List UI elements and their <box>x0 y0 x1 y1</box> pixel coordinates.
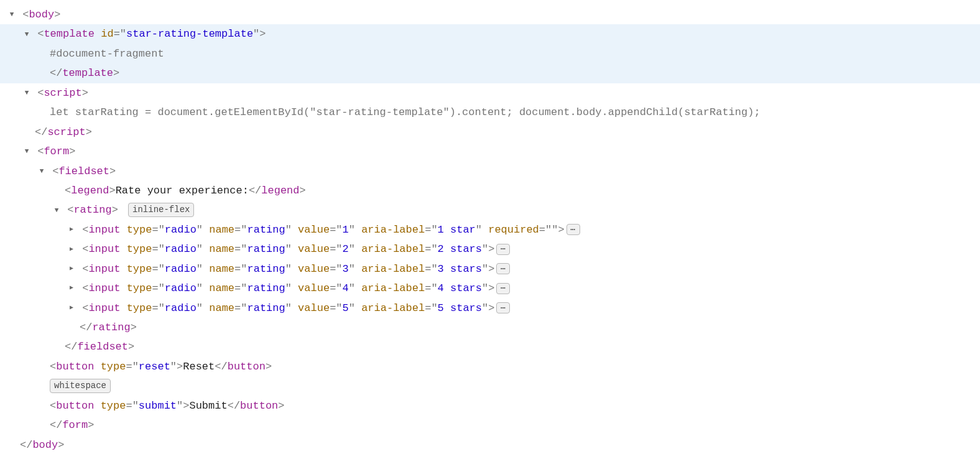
disclosure-triangle-icon[interactable]: ▶ <box>67 263 76 275</box>
node-input[interactable]: ▶ <input type="radio" name="rating" valu… <box>0 239 980 259</box>
node-button-submit[interactable]: <button type="submit">Submit</button> <box>0 396 980 415</box>
disclosure-triangle-icon[interactable]: ▼ <box>37 165 46 177</box>
ellipsis-icon[interactable]: ⋯ <box>496 263 510 274</box>
node-form-close[interactable]: </form> <box>0 415 980 435</box>
disclosure-triangle-icon[interactable]: ▼ <box>22 28 31 40</box>
node-input[interactable]: ▶ <input type="radio" name="rating" valu… <box>0 299 980 318</box>
ellipsis-icon[interactable]: ⋯ <box>496 244 510 255</box>
whitespace-badge: whitespace <box>50 379 111 393</box>
ellipsis-icon[interactable]: ⋯ <box>566 224 580 235</box>
display-badge: inline-flex <box>128 203 194 217</box>
dom-tree: ▼ <body> ▼ <template id="star-rating-tem… <box>0 5 980 455</box>
node-body-open[interactable]: ▼ <body> <box>0 5 980 24</box>
node-form-open[interactable]: ▼ <form> <box>0 142 980 161</box>
disclosure-triangle-icon[interactable]: ▶ <box>67 244 76 256</box>
node-template-open[interactable]: ▼ <template id="star-rating-template"> <box>0 24 980 44</box>
node-legend[interactable]: <legend>Rate your experience:</legend> <box>0 181 980 200</box>
node-button-reset[interactable]: <button type="reset">Reset</button> <box>0 357 980 376</box>
node-whitespace[interactable]: whitespace <box>0 376 980 396</box>
disclosure-triangle-icon[interactable]: ▼ <box>7 8 16 21</box>
node-script-close[interactable]: </script> <box>0 123 980 142</box>
node-rating-close[interactable]: </rating> <box>0 318 980 337</box>
node-fieldset-close[interactable]: </fieldset> <box>0 337 980 356</box>
node-fieldset-open[interactable]: ▼ <fieldset> <box>0 162 980 181</box>
node-rating-open[interactable]: ▼ <rating> inline-flex <box>0 200 980 220</box>
node-document-fragment[interactable]: #document-fragment <box>0 44 980 63</box>
node-input[interactable]: ▶ <input type="radio" name="rating" valu… <box>0 259 980 279</box>
node-body-close[interactable]: </body> <box>0 435 980 455</box>
node-script-code[interactable]: let starRating = document.getElementById… <box>0 103 980 122</box>
disclosure-triangle-icon[interactable]: ▼ <box>52 204 61 216</box>
node-script-open[interactable]: ▼ <script> <box>0 83 980 103</box>
disclosure-triangle-icon[interactable]: ▶ <box>67 224 76 236</box>
ellipsis-icon[interactable]: ⋯ <box>496 302 510 313</box>
node-template-close[interactable]: </template> <box>0 63 980 83</box>
disclosure-triangle-icon[interactable]: ▶ <box>67 302 76 314</box>
node-input[interactable]: ▶ <input type="radio" name="rating" valu… <box>0 279 980 298</box>
disclosure-triangle-icon[interactable]: ▼ <box>22 86 31 99</box>
node-input[interactable]: ▶ <input type="radio" name="rating" valu… <box>0 220 980 239</box>
disclosure-triangle-icon[interactable]: ▼ <box>22 145 31 157</box>
ellipsis-icon[interactable]: ⋯ <box>496 283 510 294</box>
disclosure-triangle-icon[interactable]: ▶ <box>67 282 76 294</box>
